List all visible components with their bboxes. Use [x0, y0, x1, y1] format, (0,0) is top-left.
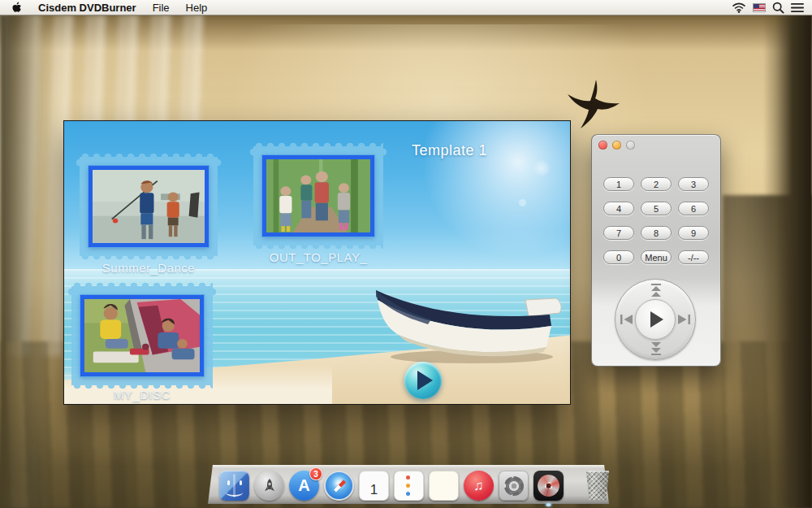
zoom-button-disabled: [626, 141, 635, 150]
kids-fishing-photo: [93, 170, 205, 243]
stamp-frame: [80, 295, 204, 376]
dock-item-notes[interactable]: [429, 471, 459, 501]
stamp-perforation: [80, 256, 218, 260]
dock-item-reminders[interactable]: [394, 471, 424, 501]
stamp-frame: [89, 166, 209, 247]
dvd-menu-play-button[interactable]: [404, 362, 442, 399]
dvd-title-thumbnail-my-disc[interactable]: [71, 286, 213, 385]
remote-keypad: 1 2 3 4 5 6 7 8 9 0 Menu -/--: [592, 177, 720, 275]
reminders-icon: [394, 471, 424, 501]
stamp-perforation: [383, 146, 387, 245]
notification-center-icon[interactable]: [791, 2, 804, 13]
itunes-music-note-icon: ♫: [473, 478, 484, 494]
spotlight-search-icon[interactable]: [772, 2, 784, 14]
key-5[interactable]: 5: [641, 202, 672, 215]
template-title: Template 1: [412, 142, 487, 159]
dock-item-safari[interactable]: [324, 471, 354, 501]
key-7[interactable]: 7: [603, 226, 634, 240]
menu-bar: Cisdem DVDBurner File Help: [0, 0, 812, 15]
dock-item-app-store[interactable]: A 3: [289, 471, 319, 501]
key-0[interactable]: 0: [603, 250, 634, 264]
apple-icon: [11, 2, 22, 14]
dock: A 3 1 ♫: [213, 460, 607, 501]
dock-item-system-preferences[interactable]: [499, 471, 529, 501]
sun-glow: [391, 120, 571, 259]
stamp-perforation: [71, 282, 213, 286]
running-app-indicator: [546, 503, 551, 506]
stamp-perforation: [249, 146, 253, 245]
safari-compass-icon: [334, 480, 346, 493]
stamp-perforation: [218, 157, 222, 256]
calendar-day: 1: [370, 479, 378, 501]
stamp-perforation: [213, 286, 217, 385]
key-2[interactable]: 2: [641, 177, 672, 191]
notes-icon: [429, 471, 459, 501]
launchpad-rocket-icon: [261, 478, 278, 494]
wifi-icon[interactable]: [732, 2, 746, 13]
dvd-title-thumbnail-summer-dance[interactable]: [80, 157, 218, 256]
app-store-badge: 3: [309, 467, 322, 480]
previous-icon: [620, 313, 635, 326]
dock-item-cisdem-dvdburner[interactable]: [533, 471, 564, 501]
key-1[interactable]: 1: [603, 177, 634, 191]
key-menu[interactable]: Menu: [641, 250, 672, 264]
dvd-title-label: MY_DISC: [71, 388, 213, 402]
dock-item-trash[interactable]: [583, 471, 613, 501]
dock-item-calendar[interactable]: 1: [359, 471, 389, 501]
stamp-perforation: [253, 142, 383, 146]
next-icon: [676, 313, 690, 326]
menu-help[interactable]: Help: [178, 2, 216, 14]
remote-nav-wheel: [615, 279, 696, 360]
family-forest-walk-photo: [266, 159, 370, 232]
key-6[interactable]: 6: [678, 202, 709, 215]
stamp-perforation: [80, 153, 218, 157]
input-source-flag-icon[interactable]: [753, 3, 766, 12]
dvd-title-thumbnail-out-to-play[interactable]: [253, 146, 383, 245]
dvd-disc-icon: [538, 475, 559, 497]
rowboat-image: [366, 279, 566, 368]
next-button[interactable]: [676, 313, 690, 326]
window-controls: [598, 141, 635, 150]
skip-up-icon: [650, 284, 663, 298]
stamp-perforation: [76, 157, 80, 256]
dvd-title-label: Summer_Dance: [80, 261, 218, 275]
key-3[interactable]: 3: [678, 177, 709, 191]
remote-play-button[interactable]: [635, 299, 676, 340]
close-button[interactable]: [598, 141, 607, 150]
stamp-perforation: [67, 286, 71, 385]
skip-down-button[interactable]: [650, 341, 663, 355]
eagle-silhouette: [567, 80, 624, 132]
family-camping-photo: [84, 299, 200, 372]
menu-app-name[interactable]: Cisdem DVDBurner: [30, 2, 145, 14]
stamp-frame: [262, 155, 374, 237]
skip-down-icon: [650, 341, 663, 355]
stamp-perforation: [253, 245, 383, 250]
apple-remote-window: 1 2 3 4 5 6 7 8 9 0 Menu -/--: [591, 134, 721, 367]
dvd-title-label: OUT_TO_PLAY_: [249, 250, 387, 264]
key-9[interactable]: 9: [678, 226, 709, 240]
dock-item-launchpad[interactable]: [254, 471, 284, 501]
gear-icon: [504, 476, 524, 496]
trash-icon: [585, 471, 611, 500]
apple-menu[interactable]: [0, 2, 30, 14]
dock-item-itunes[interactable]: ♫: [464, 471, 494, 501]
key-digit-toggle[interactable]: -/--: [678, 250, 709, 264]
dvd-preview-window: Template 1: [63, 120, 571, 405]
previous-button[interactable]: [620, 313, 635, 326]
key-8[interactable]: 8: [641, 226, 672, 240]
key-4[interactable]: 4: [603, 202, 634, 215]
dock-item-finder[interactable]: [219, 471, 249, 501]
right-cliff: [763, 15, 812, 508]
lens-flare: [533, 160, 550, 176]
app-store-icon: A: [298, 476, 309, 495]
menu-file[interactable]: File: [145, 2, 178, 14]
skip-up-button[interactable]: [650, 284, 663, 298]
minimize-button[interactable]: [612, 141, 621, 150]
lens-flare-small: [519, 199, 526, 206]
